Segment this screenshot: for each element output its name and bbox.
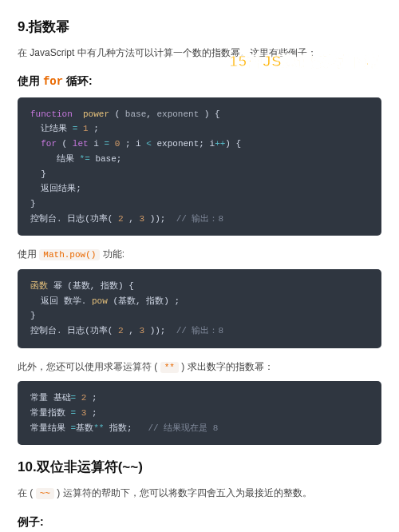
section-10-intro: 在 ( ~~ ) 运算符的帮助下，您可以将数字四舍五入为最接近的整数。: [18, 486, 381, 502]
code-block-mathpow: 函数 幂 (基数, 指数) { 返回 数学. pow (基数, 指数) ; } …: [18, 269, 381, 348]
for-keyword: for: [43, 75, 63, 88]
tilde-inline-code: ~~: [36, 488, 54, 499]
section-9-heading: 9.指数幂: [18, 16, 381, 38]
section-10-heading: 10.双位非运算符(~~): [18, 456, 381, 478]
starstar-inline-code: **: [160, 362, 179, 373]
sub-exponent-op: 此外，您还可以使用求幂运算符 ( ** ) 求出数字的指数幂：: [18, 359, 381, 375]
overlay-title: 15种JS速记技巧 下篇: [229, 50, 380, 73]
sub-mathpow: 使用 Math.pow() 功能:: [18, 247, 381, 263]
code-block-starstar: 常量 基础= 2 ; 常量指数 = 3 ; 常量结果 =基数** 指数; // …: [18, 381, 381, 445]
mathpow-inline-code: Math.pow(): [39, 249, 100, 260]
sub-example: 例子:: [18, 513, 381, 530]
sub-for-loop: 使用 for 循环:: [18, 72, 381, 90]
code-block-for-loop: function power ( base, exponent ) { 让结果 …: [18, 97, 381, 236]
